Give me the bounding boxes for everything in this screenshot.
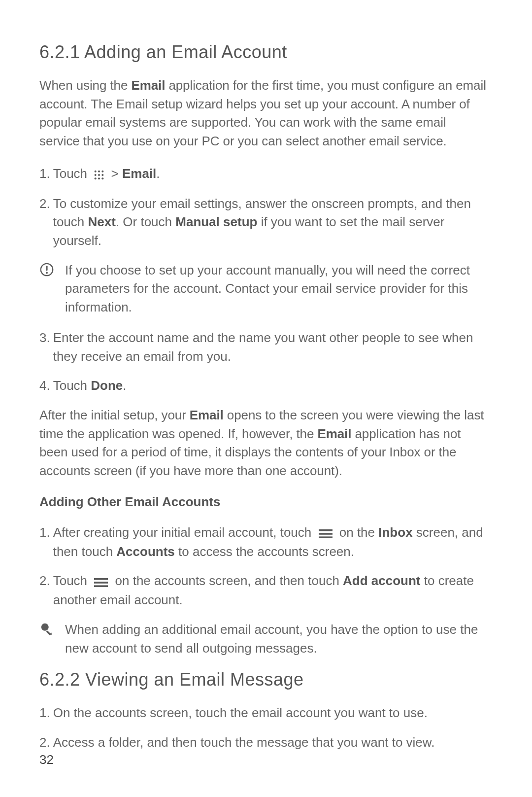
svg-rect-19 <box>46 630 51 636</box>
bold-email: Email <box>131 78 165 93</box>
bold-manual-setup: Manual setup <box>175 214 257 229</box>
svg-point-18 <box>41 624 49 631</box>
subheading-adding-other: Adding Other Email Accounts <box>39 494 488 510</box>
step-number: 3. <box>39 329 50 366</box>
apps-grid-icon <box>94 165 104 184</box>
bold-inbox: Inbox <box>378 525 412 540</box>
heading-6-2-1: 6.2.1 Adding an Email Account <box>39 42 488 63</box>
text: . Or touch <box>116 214 175 229</box>
caution-text: If you choose to set up your account man… <box>65 261 488 317</box>
step-2: 2. To customize your email settings, ans… <box>39 195 488 250</box>
text: . <box>123 378 126 393</box>
menu-icon <box>94 573 108 591</box>
svg-point-3 <box>95 174 97 176</box>
step-number: 1. <box>39 165 50 184</box>
step-text: To customize your email settings, answer… <box>53 195 488 250</box>
svg-rect-17 <box>94 585 108 587</box>
svg-point-8 <box>102 177 104 179</box>
tip-text: When adding an additional email account,… <box>65 621 488 658</box>
other-step-1: 1. After creating your initial email acc… <box>39 523 488 561</box>
svg-point-2 <box>102 171 104 173</box>
tip-callout: When adding an additional email account,… <box>39 621 488 658</box>
step-text: Enter the account name and the name you … <box>53 329 488 366</box>
bold-email: Email <box>317 426 351 441</box>
bold-accounts: Accounts <box>116 544 174 559</box>
text: to access the accounts screen. <box>175 544 354 559</box>
menu-icon <box>318 524 333 543</box>
step-number: 1. <box>39 704 50 723</box>
step-text: Touch Done. <box>53 377 488 395</box>
svg-point-1 <box>98 171 100 173</box>
step-number: 2. <box>39 572 50 610</box>
text: Touch <box>53 166 91 181</box>
svg-point-11 <box>46 272 48 274</box>
step-text: Touch on the accounts screen, and then t… <box>53 572 488 610</box>
step-text: Touch > Email. <box>53 165 488 184</box>
heading-6-2-2: 6.2.2 Viewing an Email Message <box>39 669 488 690</box>
view-step-2: 2. Access a folder, and then touch the m… <box>39 733 488 752</box>
text: When using the <box>39 78 131 93</box>
bold-add-account: Add account <box>343 573 420 588</box>
svg-point-0 <box>95 171 97 173</box>
caution-callout: If you choose to set up your account man… <box>39 261 488 317</box>
text: on the accounts screen, and then touch <box>115 573 343 588</box>
bold-email: Email <box>122 166 156 181</box>
bold-done: Done <box>91 378 123 393</box>
step-text: After creating your initial email accoun… <box>53 523 488 561</box>
bold-email: Email <box>190 408 224 422</box>
step-4: 4. Touch Done. <box>39 377 488 395</box>
caution-icon <box>39 262 54 317</box>
bold-next: Next <box>88 214 116 229</box>
svg-point-6 <box>95 177 97 179</box>
step-number: 1. <box>39 523 50 561</box>
tip-search-icon <box>39 622 54 658</box>
step-text: Access a folder, and then touch the mess… <box>53 733 488 752</box>
svg-point-7 <box>98 177 100 179</box>
step-number: 4. <box>39 377 50 395</box>
text: on the <box>339 525 379 540</box>
svg-rect-14 <box>319 536 332 538</box>
step-3: 3. Enter the account name and the name y… <box>39 329 488 366</box>
step-text: On the accounts screen, touch the email … <box>53 704 488 723</box>
text: After the initial setup, your <box>39 408 190 422</box>
svg-point-4 <box>98 174 100 176</box>
intro-paragraph: When using the Email application for the… <box>39 76 488 151</box>
step-number: 2. <box>39 195 50 250</box>
step-number: 2. <box>39 733 50 752</box>
other-step-2: 2. Touch on the accounts screen, and the… <box>39 572 488 610</box>
page-number: 32 <box>39 752 54 767</box>
manual-page: 6.2.1 Adding an Email Account When using… <box>0 0 532 797</box>
text: Touch <box>53 573 91 588</box>
svg-rect-15 <box>94 578 108 580</box>
text: After creating your initial email accoun… <box>53 525 315 540</box>
svg-point-5 <box>102 174 104 176</box>
svg-rect-12 <box>319 529 332 531</box>
svg-rect-16 <box>94 582 108 584</box>
step-1: 1. Touch > Email. <box>39 165 488 184</box>
text: > <box>111 166 122 181</box>
view-step-1: 1. On the accounts screen, touch the ema… <box>39 704 488 723</box>
text: Touch <box>53 378 91 393</box>
after-setup-paragraph: After the initial setup, your Email open… <box>39 406 488 481</box>
svg-rect-13 <box>319 533 332 535</box>
svg-rect-10 <box>46 266 47 271</box>
text: . <box>156 166 160 181</box>
